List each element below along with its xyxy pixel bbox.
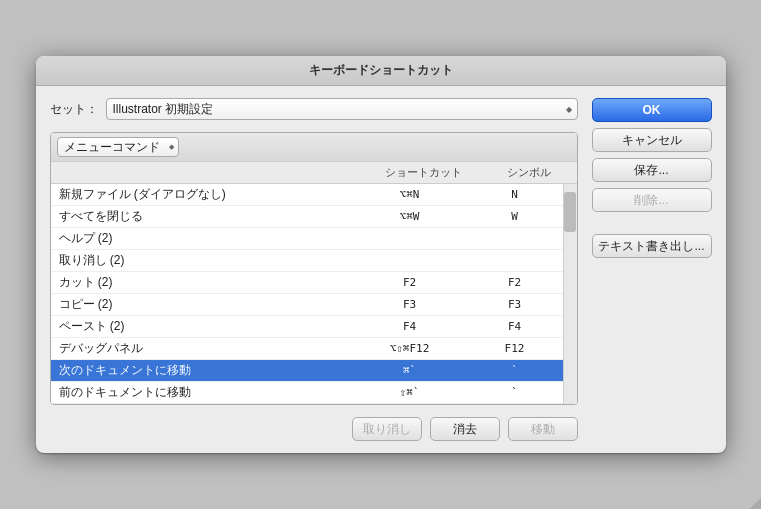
title-bar: キーボードショートカット [36,56,726,86]
row-name: すべてを閉じる [59,208,345,225]
row-name: デバッグパネル [59,340,345,357]
row-name: カット (2) [59,274,345,291]
set-row: セット： Illustrator 初期設定 [50,98,578,120]
save-button[interactable]: 保存... [592,158,712,182]
row-shortcut: ⌥⌘N [345,188,475,201]
row-shortcut: F2 [345,276,475,289]
row-shortcut: ⌥⌘W [345,210,475,223]
row-shortcut: F3 [345,298,475,311]
row-symbol: ` [475,364,555,377]
export-button[interactable]: テキスト書き出し... [592,234,712,258]
row-name: ヘルプ (2) [59,230,345,247]
row-shortcut: ⇧⌘` [345,386,475,399]
row-symbol: ` [475,386,555,399]
table-row[interactable]: 取り消し (2) [51,250,563,272]
right-panel: OK キャンセル 保存... 削除... テキスト書き出し... [592,98,712,441]
scrollbar[interactable] [563,184,577,404]
table-header: ショートカット シンボル [51,162,577,184]
menu-command-select[interactable]: メニューコマンド [57,137,179,157]
row-symbol: F3 [475,298,555,311]
row-name: ペースト (2) [59,318,345,335]
set-label: セット： [50,101,98,118]
row-name: コピー (2) [59,296,345,313]
row-symbol: F2 [475,276,555,289]
row-name: 新規ファイル (ダイアログなし) [59,186,345,203]
row-symbol: F12 [475,342,555,355]
dialog-body: セット： Illustrator 初期設定 メニューコマンド [36,86,726,453]
row-shortcut: ⌥⇧⌘F12 [345,342,475,355]
table-row[interactable]: ペースト (2)F4F4 [51,316,563,338]
row-symbol: W [475,210,555,223]
table-row[interactable]: ヘルプ (2) [51,228,563,250]
delete-button[interactable]: 削除... [592,188,712,212]
undo-button[interactable]: 取り消し [352,417,422,441]
dialog-title: キーボードショートカット [309,63,453,77]
row-name: 次のドキュメントに移動 [59,362,345,379]
set-select[interactable]: Illustrator 初期設定 [106,98,578,120]
row-symbol: F4 [475,320,555,333]
header-name [59,165,359,180]
header-symbol: シンボル [489,165,569,180]
row-name: 取り消し (2) [59,252,345,269]
menu-command-select-wrapper: メニューコマンド [57,137,179,157]
row-name: 前のドキュメントに移動 [59,384,345,401]
table-row[interactable]: カット (2)F2F2 [51,272,563,294]
keyboard-shortcut-dialog: キーボードショートカット セット： Illustrator 初期設定 メニューコ… [36,56,726,453]
header-shortcut: ショートカット [359,165,489,180]
left-panel: セット： Illustrator 初期設定 メニューコマンド [50,98,578,441]
row-symbol: N [475,188,555,201]
table-row[interactable]: コピー (2)F3F3 [51,294,563,316]
table-rows[interactable]: 新規ファイル (ダイアログなし)⌥⌘NNすべてを閉じる⌥⌘WWヘルプ (2)取り… [51,184,563,404]
move-button[interactable]: 移動 [508,417,578,441]
table-row[interactable]: 前のドキュメントに移動⇧⌘`` [51,382,563,404]
cancel-button[interactable]: キャンセル [592,128,712,152]
row-shortcut: F4 [345,320,475,333]
set-select-wrapper: Illustrator 初期設定 [106,98,578,120]
ok-button[interactable]: OK [592,98,712,122]
row-shortcut: ⌘` [345,364,475,377]
table-inner: 新規ファイル (ダイアログなし)⌥⌘NNすべてを閉じる⌥⌘WWヘルプ (2)取り… [51,184,577,404]
table-row[interactable]: 新規ファイル (ダイアログなし)⌥⌘NN [51,184,563,206]
bottom-buttons: 取り消し 消去 移動 [50,413,578,441]
table-row[interactable]: 次のドキュメントに移動⌘`` [51,360,563,382]
table-row[interactable]: すべてを閉じる⌥⌘WW [51,206,563,228]
clear-button[interactable]: 消去 [430,417,500,441]
menu-command-box: メニューコマンド ショートカット シンボル 新規ファイル (ダイアログなし)⌥⌘… [50,132,578,405]
table-row[interactable]: デバッグパネル⌥⇧⌘F12F12 [51,338,563,360]
menu-command-header: メニューコマンド [51,133,577,162]
